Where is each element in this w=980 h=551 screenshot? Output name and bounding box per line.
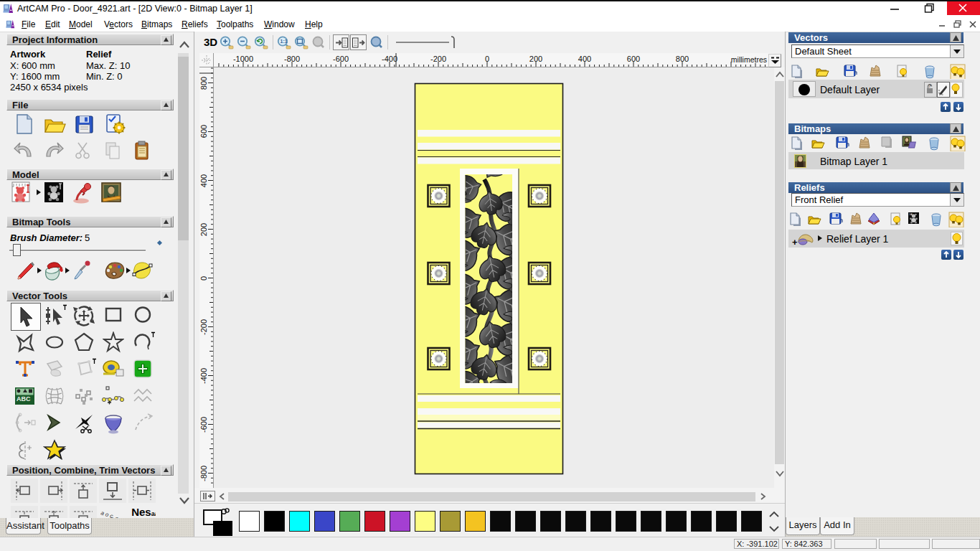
svg-text:-200: -200 bbox=[199, 319, 208, 335]
svg-text:0: 0 bbox=[485, 55, 489, 63]
svg-text:101: 101 bbox=[909, 213, 913, 216]
svg-text:400: 400 bbox=[578, 55, 591, 63]
svg-text:millimetres: millimetres bbox=[731, 55, 767, 64]
svg-text:0: 0 bbox=[199, 276, 208, 281]
svg-text:800: 800 bbox=[199, 77, 208, 90]
svg-text:-400: -400 bbox=[382, 55, 397, 63]
svg-text:-800: -800 bbox=[284, 55, 300, 63]
svg-text:-800: -800 bbox=[199, 466, 208, 481]
svg-text:400: 400 bbox=[199, 174, 208, 187]
svg-text:200: 200 bbox=[199, 223, 208, 236]
svg-text:-200: -200 bbox=[430, 55, 446, 63]
svg-text:800: 800 bbox=[676, 55, 689, 63]
svg-text:600: 600 bbox=[627, 55, 640, 63]
svg-text:-600: -600 bbox=[199, 417, 208, 433]
svg-text:-400: -400 bbox=[199, 368, 208, 384]
svg-text:?: ? bbox=[928, 83, 931, 88]
svg-text:600: 600 bbox=[199, 125, 208, 138]
svg-text:-1000: -1000 bbox=[233, 55, 253, 63]
svg-text:ABC: ABC bbox=[17, 395, 31, 402]
svg-text:200: 200 bbox=[529, 55, 542, 63]
svg-text:1:1: 1:1 bbox=[281, 39, 288, 44]
svg-text:-600: -600 bbox=[333, 55, 349, 63]
